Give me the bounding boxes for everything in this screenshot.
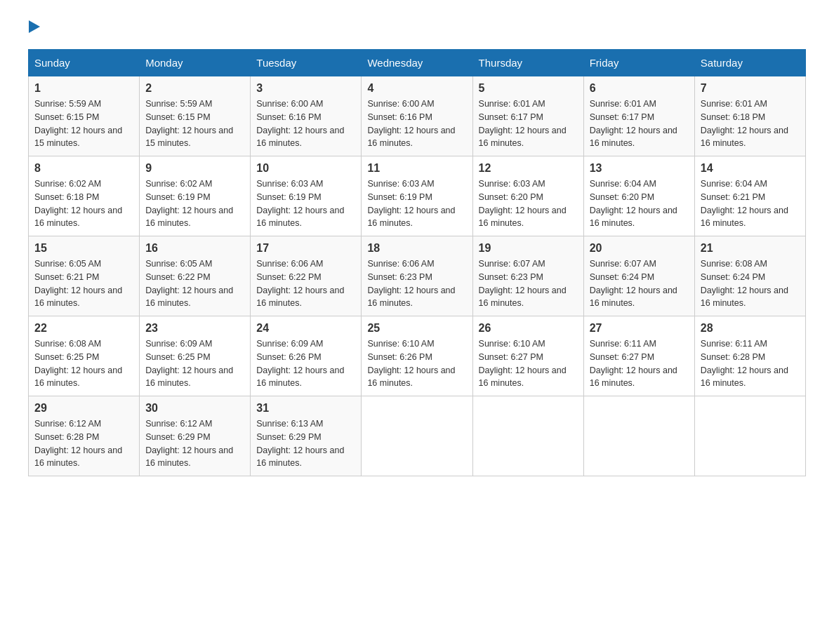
day-number: 6 <box>590 82 689 95</box>
day-number: 28 <box>701 322 800 335</box>
day-cell: 11 Sunrise: 6:03 AMSunset: 6:19 PMDaylig… <box>362 156 472 236</box>
day-info: Sunrise: 6:03 AMSunset: 6:20 PMDaylight:… <box>479 179 567 228</box>
day-number: 22 <box>34 322 133 335</box>
day-cell: 13 Sunrise: 6:04 AMSunset: 6:20 PMDaylig… <box>583 156 694 236</box>
day-number: 13 <box>590 162 689 175</box>
day-info: Sunrise: 6:01 AMSunset: 6:17 PMDaylight:… <box>479 99 567 148</box>
calendar-table: SundayMondayTuesdayWednesdayThursdayFrid… <box>28 49 806 476</box>
day-cell: 21 Sunrise: 6:08 AMSunset: 6:24 PMDaylig… <box>694 236 805 316</box>
day-cell: 3 Sunrise: 6:00 AMSunset: 6:16 PMDayligh… <box>251 76 362 156</box>
day-cell: 4 Sunrise: 6:00 AMSunset: 6:16 PMDayligh… <box>362 76 472 156</box>
day-cell: 26 Sunrise: 6:10 AMSunset: 6:27 PMDaylig… <box>472 316 583 396</box>
day-number: 30 <box>145 402 244 415</box>
week-row-5: 29 Sunrise: 6:12 AMSunset: 6:28 PMDaylig… <box>29 396 806 476</box>
day-number: 5 <box>479 82 578 95</box>
day-info: Sunrise: 6:11 AMSunset: 6:28 PMDaylight:… <box>701 339 788 388</box>
page-header <box>28 21 806 35</box>
day-cell: 24 Sunrise: 6:09 AMSunset: 6:26 PMDaylig… <box>251 316 362 396</box>
day-info: Sunrise: 6:05 AMSunset: 6:21 PMDaylight:… <box>34 259 122 308</box>
day-cell <box>362 396 472 476</box>
week-row-1: 1 Sunrise: 5:59 AMSunset: 6:15 PMDayligh… <box>29 76 806 156</box>
day-number: 15 <box>34 242 133 255</box>
day-number: 3 <box>256 82 355 95</box>
logo-arrow-icon <box>29 20 40 33</box>
day-info: Sunrise: 6:10 AMSunset: 6:26 PMDaylight:… <box>367 339 455 388</box>
day-info: Sunrise: 6:07 AMSunset: 6:24 PMDaylight:… <box>590 259 677 308</box>
col-header-sunday: Sunday <box>29 50 140 76</box>
day-number: 12 <box>479 162 578 175</box>
day-cell: 28 Sunrise: 6:11 AMSunset: 6:28 PMDaylig… <box>694 316 805 396</box>
day-cell: 12 Sunrise: 6:03 AMSunset: 6:20 PMDaylig… <box>472 156 583 236</box>
day-cell: 5 Sunrise: 6:01 AMSunset: 6:17 PMDayligh… <box>472 76 583 156</box>
day-cell: 30 Sunrise: 6:12 AMSunset: 6:29 PMDaylig… <box>140 396 251 476</box>
day-info: Sunrise: 6:04 AMSunset: 6:20 PMDaylight:… <box>590 179 677 228</box>
day-cell: 6 Sunrise: 6:01 AMSunset: 6:17 PMDayligh… <box>583 76 694 156</box>
day-info: Sunrise: 6:00 AMSunset: 6:16 PMDaylight:… <box>256 99 344 148</box>
day-info: Sunrise: 6:05 AMSunset: 6:22 PMDaylight:… <box>145 259 233 308</box>
day-cell <box>583 396 694 476</box>
day-info: Sunrise: 6:08 AMSunset: 6:24 PMDaylight:… <box>701 259 788 308</box>
week-row-2: 8 Sunrise: 6:02 AMSunset: 6:18 PMDayligh… <box>29 156 806 236</box>
day-cell: 18 Sunrise: 6:06 AMSunset: 6:23 PMDaylig… <box>362 236 472 316</box>
day-cell: 14 Sunrise: 6:04 AMSunset: 6:21 PMDaylig… <box>694 156 805 236</box>
col-header-monday: Monday <box>140 50 251 76</box>
day-cell: 17 Sunrise: 6:06 AMSunset: 6:22 PMDaylig… <box>251 236 362 316</box>
day-cell: 1 Sunrise: 5:59 AMSunset: 6:15 PMDayligh… <box>29 76 140 156</box>
day-info: Sunrise: 6:03 AMSunset: 6:19 PMDaylight:… <box>256 179 344 228</box>
day-cell: 31 Sunrise: 6:13 AMSunset: 6:29 PMDaylig… <box>251 396 362 476</box>
day-cell: 19 Sunrise: 6:07 AMSunset: 6:23 PMDaylig… <box>472 236 583 316</box>
logo <box>28 21 40 35</box>
day-cell: 8 Sunrise: 6:02 AMSunset: 6:18 PMDayligh… <box>29 156 140 236</box>
header-row: SundayMondayTuesdayWednesdayThursdayFrid… <box>29 50 806 76</box>
col-header-saturday: Saturday <box>694 50 805 76</box>
day-cell: 20 Sunrise: 6:07 AMSunset: 6:24 PMDaylig… <box>583 236 694 316</box>
day-cell: 27 Sunrise: 6:11 AMSunset: 6:27 PMDaylig… <box>583 316 694 396</box>
day-info: Sunrise: 6:13 AMSunset: 6:29 PMDaylight:… <box>256 419 344 468</box>
day-number: 9 <box>145 162 244 175</box>
day-number: 19 <box>479 242 578 255</box>
week-row-3: 15 Sunrise: 6:05 AMSunset: 6:21 PMDaylig… <box>29 236 806 316</box>
day-number: 14 <box>701 162 800 175</box>
day-number: 31 <box>256 402 355 415</box>
day-info: Sunrise: 6:04 AMSunset: 6:21 PMDaylight:… <box>701 179 788 228</box>
day-info: Sunrise: 6:01 AMSunset: 6:17 PMDaylight:… <box>590 99 677 148</box>
day-info: Sunrise: 6:06 AMSunset: 6:23 PMDaylight:… <box>367 259 455 308</box>
day-info: Sunrise: 6:01 AMSunset: 6:18 PMDaylight:… <box>701 99 788 148</box>
day-number: 24 <box>256 322 355 335</box>
day-info: Sunrise: 6:10 AMSunset: 6:27 PMDaylight:… <box>479 339 567 388</box>
day-info: Sunrise: 6:11 AMSunset: 6:27 PMDaylight:… <box>590 339 677 388</box>
week-row-4: 22 Sunrise: 6:08 AMSunset: 6:25 PMDaylig… <box>29 316 806 396</box>
day-number: 21 <box>701 242 800 255</box>
day-info: Sunrise: 5:59 AMSunset: 6:15 PMDaylight:… <box>145 99 233 148</box>
day-number: 23 <box>145 322 244 335</box>
day-number: 10 <box>256 162 355 175</box>
day-number: 2 <box>145 82 244 95</box>
day-info: Sunrise: 6:02 AMSunset: 6:19 PMDaylight:… <box>145 179 233 228</box>
day-number: 16 <box>145 242 244 255</box>
day-number: 18 <box>367 242 466 255</box>
day-info: Sunrise: 6:00 AMSunset: 6:16 PMDaylight:… <box>367 99 455 148</box>
day-number: 26 <box>479 322 578 335</box>
day-cell: 15 Sunrise: 6:05 AMSunset: 6:21 PMDaylig… <box>29 236 140 316</box>
day-info: Sunrise: 6:02 AMSunset: 6:18 PMDaylight:… <box>34 179 122 228</box>
day-cell: 2 Sunrise: 5:59 AMSunset: 6:15 PMDayligh… <box>140 76 251 156</box>
day-cell: 25 Sunrise: 6:10 AMSunset: 6:26 PMDaylig… <box>362 316 472 396</box>
day-cell <box>472 396 583 476</box>
day-cell <box>694 396 805 476</box>
day-info: Sunrise: 6:12 AMSunset: 6:28 PMDaylight:… <box>34 419 122 468</box>
day-info: Sunrise: 6:09 AMSunset: 6:26 PMDaylight:… <box>256 339 344 388</box>
logo-top <box>28 21 40 34</box>
day-number: 25 <box>367 322 466 335</box>
day-info: Sunrise: 6:08 AMSunset: 6:25 PMDaylight:… <box>34 339 122 388</box>
day-number: 20 <box>590 242 689 255</box>
col-header-wednesday: Wednesday <box>362 50 472 76</box>
day-info: Sunrise: 6:12 AMSunset: 6:29 PMDaylight:… <box>145 419 233 468</box>
day-number: 29 <box>34 402 133 415</box>
day-info: Sunrise: 6:03 AMSunset: 6:19 PMDaylight:… <box>367 179 455 228</box>
day-cell: 23 Sunrise: 6:09 AMSunset: 6:25 PMDaylig… <box>140 316 251 396</box>
day-number: 27 <box>590 322 689 335</box>
day-cell: 9 Sunrise: 6:02 AMSunset: 6:19 PMDayligh… <box>140 156 251 236</box>
day-cell: 16 Sunrise: 6:05 AMSunset: 6:22 PMDaylig… <box>140 236 251 316</box>
day-number: 11 <box>367 162 466 175</box>
col-header-tuesday: Tuesday <box>251 50 362 76</box>
